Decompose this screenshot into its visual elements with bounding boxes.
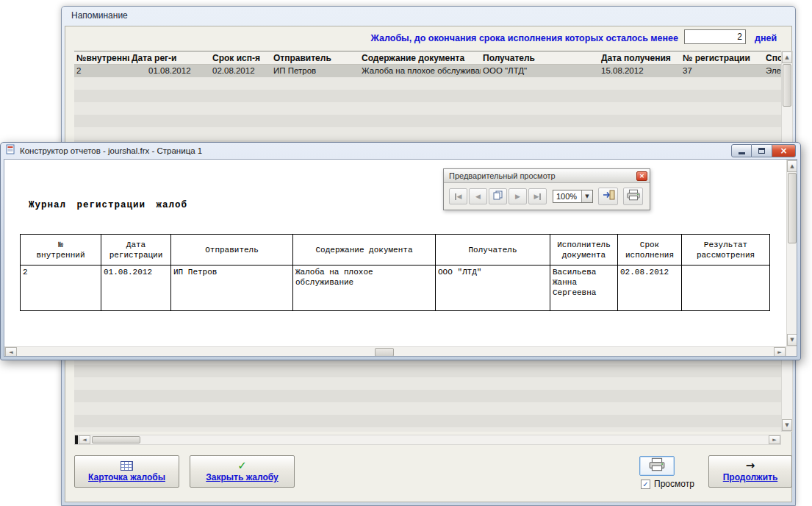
vertical-scroll-thumb[interactable] — [788, 173, 797, 243]
next-page-icon: ▶ — [515, 193, 520, 200]
scroll-up-icon[interactable]: ▲ — [787, 160, 797, 172]
report-data-row: 2 01.08.2012 ИП Петров Жалоба на плохое … — [21, 266, 770, 311]
caption-buttons: × — [731, 144, 796, 157]
column-header-internal-number[interactable]: №внутренний — [74, 51, 129, 64]
desktop: Напоминание Жалобы, до окончания срока и… — [0, 0, 812, 506]
report-header-row: № внутренний Дата регистрации Отправител… — [21, 235, 770, 266]
pages-icon — [493, 190, 503, 203]
check-icon: ✓ — [237, 460, 247, 471]
preview-toolbar-titlebar[interactable]: Предварительный просмотр × — [444, 169, 650, 183]
zoom-dropdown-button[interactable]: ▼ — [581, 190, 592, 202]
first-page-button[interactable]: ◀ — [449, 188, 467, 204]
vertical-scroll-thumb[interactable] — [783, 64, 791, 107]
cell-reg-date[interactable]: 01.08.2012 — [129, 65, 210, 77]
last-page-button[interactable]: ▶ — [528, 188, 547, 204]
column-header-sender[interactable]: Отправитель — [271, 51, 359, 64]
report-document-title: Журнал регистрации жалоб — [29, 200, 187, 210]
column-header-reg-date[interactable]: Дата рег-и — [129, 51, 210, 64]
zoom-value: 100% — [553, 190, 581, 202]
close-icon: × — [780, 146, 787, 156]
filter-suffix-label: дней — [755, 33, 777, 43]
cell-due-date[interactable]: 02.08.2012 — [210, 65, 271, 77]
arrow-right-icon: → — [746, 460, 755, 471]
column-header-content[interactable]: Содержание документа — [359, 51, 481, 64]
preview-toolbar: Предварительный просмотр × ◀ ◀ — [443, 168, 650, 210]
print-button[interactable] — [639, 456, 675, 476]
report-col-executor: Исполнитель документа — [550, 235, 618, 266]
previous-page-button[interactable]: ◀ — [469, 188, 487, 204]
preview-checkbox[interactable]: ✓ — [641, 480, 650, 489]
goto-page-button[interactable] — [489, 188, 507, 204]
cell-method[interactable]: Элек — [764, 65, 781, 77]
previous-page-icon: ◀ — [475, 193, 481, 200]
next-page-button[interactable]: ▶ — [509, 188, 527, 204]
maximize-button[interactable] — [752, 144, 772, 157]
scroll-right-icon[interactable]: ► — [774, 347, 786, 357]
zoom-select[interactable]: 100% ▼ — [553, 190, 593, 203]
last-page-icon — [539, 193, 541, 200]
column-header-received-date[interactable]: Дата получения — [599, 51, 680, 64]
report-cell-due-date: 02.08.2012 — [618, 266, 682, 311]
scroll-left-icon[interactable]: ◄ — [79, 435, 90, 444]
minimize-icon — [739, 152, 745, 154]
cell-internal-number[interactable]: 2 — [74, 65, 129, 77]
report-cell-recipient: ООО "ЛТД" — [436, 266, 550, 311]
report-col-due-date: Срок исполнения — [618, 235, 682, 266]
report-cell-internal-number: 2 — [21, 266, 101, 311]
preview-toolbar-title: Предварительный просмотр — [449, 171, 636, 180]
cell-recipient[interactable]: ООО "ЛТД" — [481, 65, 599, 77]
scroll-up-icon[interactable]: ▲ — [782, 51, 792, 63]
report-col-reg-date: Дата регистрации — [101, 235, 171, 266]
column-header-recipient[interactable]: Получатель — [481, 51, 599, 64]
card-grid-icon — [121, 461, 133, 471]
close-complaint-label: Закрыть жалобу — [206, 472, 278, 482]
report-cell-reg-date: 01.08.2012 — [101, 266, 171, 311]
column-header-due-date[interactable]: Срок исп-я — [210, 51, 271, 64]
days-input[interactable] — [684, 29, 746, 44]
report-horizontal-scrollbar[interactable]: ◄ ► — [4, 346, 786, 357]
scroll-left-icon[interactable]: ◄ — [5, 347, 17, 357]
report-col-result: Результат рассмотрения — [682, 235, 770, 266]
close-window-button[interactable]: × — [772, 144, 796, 157]
first-page-icon — [455, 193, 456, 200]
scroll-right-icon[interactable]: ► — [769, 435, 780, 444]
chevron-down-icon: ▼ — [585, 193, 589, 199]
scrollbar-corner — [786, 346, 797, 357]
horizontal-scroll-thumb[interactable] — [92, 436, 140, 443]
checkbox-check-icon: ✓ — [642, 480, 648, 488]
cell-sender[interactable]: ИП Петров — [271, 65, 359, 77]
close-complaint-button[interactable]: ✓ Закрыть жалобу — [190, 455, 295, 488]
report-vertical-scrollbar[interactable]: ▲ ▼ — [786, 160, 797, 346]
cell-content[interactable]: Жалоба на плохое обслуживан — [359, 65, 481, 77]
close-preview-button[interactable] — [598, 188, 618, 205]
report-cell-sender: ИП Петров — [171, 266, 293, 311]
preview-checkbox-row: ✓ Просмотр — [641, 479, 694, 489]
scroll-down-icon[interactable]: ▼ — [787, 334, 797, 346]
report-table: № внутренний Дата регистрации Отправител… — [20, 234, 770, 311]
printer-icon — [648, 457, 666, 474]
report-col-sender: Отправитель — [171, 235, 293, 266]
minimize-button[interactable] — [731, 144, 752, 157]
preview-close-button[interactable]: × — [636, 171, 647, 181]
report-col-recipient: Получатель — [436, 235, 550, 266]
column-header-reg-number[interactable]: № регистрации — [680, 51, 764, 64]
continue-button[interactable]: → Продолжить — [708, 455, 792, 488]
printer-icon — [626, 189, 641, 204]
grid-row-selected[interactable]: 2 01.08.2012 02.08.2012 ИП Петров Жалоба… — [74, 65, 781, 77]
complaint-card-button[interactable]: Карточка жалобы — [74, 455, 179, 488]
print-report-button[interactable] — [623, 188, 643, 205]
preview-toolbar-buttons: ◀ ◀ ▶ ▶ 100% ▼ — [444, 183, 650, 210]
reminder-titlebar[interactable]: Напоминание — [62, 7, 795, 25]
scroll-down-icon[interactable]: ▼ — [782, 419, 792, 431]
cell-reg-number[interactable]: 37 — [680, 65, 764, 77]
maximize-icon — [758, 148, 765, 154]
horizontal-scroll-thumb[interactable] — [375, 348, 394, 357]
report-cell-content: Жалоба на плохое обслуживание — [293, 266, 436, 311]
preview-checkbox-label: Просмотр — [654, 479, 694, 489]
report-window-icon — [5, 144, 15, 157]
grid-horizontal-scrollbar[interactable]: ◄ ► — [74, 435, 781, 445]
column-header-method[interactable]: Спос — [764, 51, 781, 64]
report-titlebar[interactable]: Конструктор отчетов - jourshal.frx - Стр… — [1, 143, 800, 159]
grid-splitter-handle[interactable] — [75, 435, 78, 444]
cell-received-date[interactable]: 15.08.2012 — [599, 65, 680, 77]
